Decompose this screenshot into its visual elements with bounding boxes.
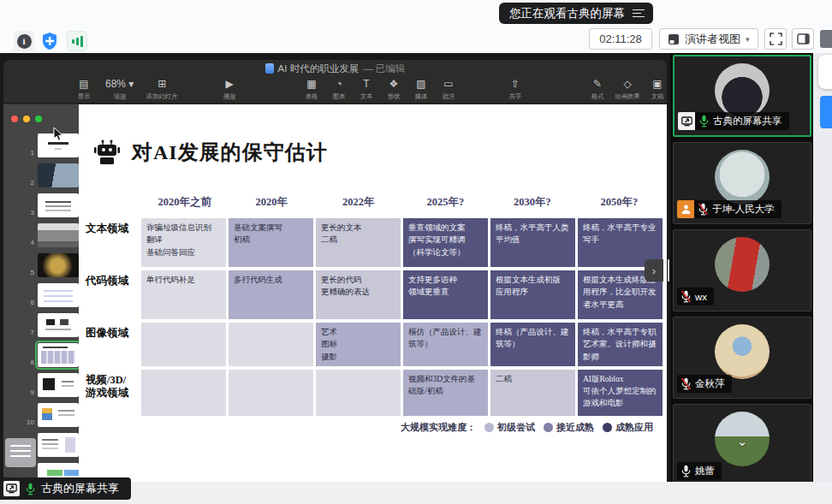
collapse-panel-chevron[interactable]: › <box>645 259 663 282</box>
participant-video-strip: ⌄ <box>670 53 813 486</box>
participant-name-row: 姚蕾 <box>677 462 722 480</box>
toolbar-item: ▤ 显示 <box>74 78 94 101</box>
slide-number: 6 <box>22 299 34 306</box>
cropped-toolbar-button[interactable] <box>820 30 832 48</box>
mute-slash <box>698 203 709 216</box>
participant-tile[interactable]: ⌄ <box>673 142 811 224</box>
toolbar-item: ◇ 动画效果 <box>614 78 641 101</box>
table-row: 视频/3D/ 游戏领域 视频和3D文件的基础版/初稿二稿AI版Roblox 可依… <box>86 370 663 416</box>
cropped-blue-button[interactable] <box>820 96 832 128</box>
participant-name-row: 金秋萍 <box>677 375 732 393</box>
participant-tile[interactable]: ⌄ <box>673 404 811 486</box>
participant-name-row: 于坤-人民大学 <box>677 200 781 218</box>
toolbar-item-icon: ▨ <box>416 78 425 91</box>
avatar <box>715 237 770 292</box>
toolbar-item-label: 格式 <box>591 92 604 100</box>
estimate-table: 文本领域 诈骗垃圾信息识别 翻译 基础问答回应基础文案撰写 初稿更长的文本 二稿… <box>86 218 663 416</box>
window-title: AI 时代的职业发展 <box>278 62 360 75</box>
banner-menu-icon[interactable] <box>633 9 645 18</box>
year-column-header: 2050年? <box>576 195 663 210</box>
table-cell <box>141 323 226 366</box>
encryption-shield-icon[interactable] <box>39 31 60 51</box>
slide-number: 8 <box>22 359 34 366</box>
toolbar-item-label: 缩放 <box>113 92 126 100</box>
toolbar-item: ▣ 文稿 <box>647 78 667 101</box>
toolbar-item-label: 添加幻灯片 <box>146 92 178 100</box>
chevron-down-icon: ▾ <box>746 35 750 44</box>
toolbar-item-label: 动画效果 <box>615 92 639 100</box>
table-cell: 基础文案撰写 初稿 <box>229 218 313 267</box>
speaker-view-icon <box>668 33 680 45</box>
slide-title-row: 对AI发展的保守估计 <box>92 139 328 166</box>
toolbar-item-label: 媒体 <box>415 92 428 100</box>
participant-badge-icon <box>678 112 695 130</box>
slide-number: 9 <box>22 388 34 396</box>
watching-banner-text: 您正在观看古典的屏幕 <box>509 6 625 21</box>
table-cell <box>316 370 401 416</box>
mute-slash <box>680 290 692 303</box>
cropped-floating-button[interactable] <box>818 55 832 89</box>
legend-dot <box>544 423 553 432</box>
table-cell: 模仿（产品设计、建筑等） <box>403 323 488 366</box>
meeting-info-icon[interactable]: i <box>14 31 34 51</box>
participant-name: 古典的屏幕共享 <box>713 115 782 127</box>
slide-thumbnail <box>38 403 79 427</box>
row-label: 视频/3D/ 游戏领域 <box>86 370 141 416</box>
toolbar-item-icon: ▤ <box>79 78 88 91</box>
toolbar-item: ▨ 媒体 <box>411 78 431 101</box>
toolbar-item: T 文本 <box>356 78 377 101</box>
slide-number: 7 <box>22 329 34 336</box>
legend-item: 成熟应用 <box>603 421 653 434</box>
participant-name: 于坤-人民大学 <box>712 203 775 216</box>
table-cell <box>229 370 313 416</box>
slide-number: 10 <box>22 418 34 426</box>
participant-tile[interactable]: ⌄ <box>673 229 811 311</box>
slide-thumbnail <box>38 433 79 457</box>
toolbar-item: 68% ▾ 缩放 <box>105 78 134 101</box>
year-column-header: 2025年? <box>402 195 490 210</box>
network-stats-icon[interactable] <box>67 31 87 51</box>
legend-dot <box>484 423 494 432</box>
avatar <box>715 150 770 205</box>
toolbar-item-label: 文稿 <box>651 92 664 100</box>
slide-thumbnail-panel: 1 2 3 4 5 <box>3 104 79 482</box>
toolbar-item-icon: T <box>363 78 369 91</box>
legend-item-label: 成熟应用 <box>615 421 653 434</box>
table-row: 文本领域 诈骗垃圾信息识别 翻译 基础问答回应基础文案撰写 初稿更长的文本 二稿… <box>86 218 663 267</box>
view-selector-button[interactable]: 演讲者视图 ▾ <box>659 28 758 50</box>
participant-name-row: 古典的屏幕共享 <box>678 112 789 130</box>
slide-canvas: 对AI发展的保守估计 2020年之前2020年2022年2025年?2030年?… <box>79 104 667 482</box>
participant-name: wx <box>695 292 707 302</box>
mic-icon <box>680 465 692 477</box>
table-cell <box>229 323 313 366</box>
row-label: 文本领域 <box>86 218 141 267</box>
legend-label: 大规模实现难度： <box>401 421 476 434</box>
toolbar-item-label: 播放 <box>223 92 236 100</box>
side-panel-toggle-button[interactable] <box>792 28 814 50</box>
participant-tile[interactable]: ⌄ <box>673 317 811 399</box>
mouse-cursor <box>53 127 64 142</box>
mic-icon <box>25 483 36 495</box>
document-icon <box>265 63 274 74</box>
row-label: 图像领域 <box>86 323 141 366</box>
avatar <box>715 324 770 379</box>
toolbar-item-icon: ✎ <box>593 78 602 91</box>
window-title-suffix: — 已编辑 <box>363 62 405 75</box>
legend-item-label: 接近成熟 <box>556 421 594 434</box>
scroll-more-chevron-icon[interactable]: ⌄ <box>737 434 748 449</box>
toolbar-item-icon: ⇧ <box>511 78 520 91</box>
participant-tile[interactable]: ⌄ <box>673 55 811 137</box>
toolbar-item-icon: ▣ <box>652 78 662 91</box>
toolbar-item-icon: ▶ <box>225 78 233 91</box>
table-cell: 更长的代码 更精确的表达 <box>316 270 401 319</box>
meeting-timer: 02:11:28 <box>589 28 652 50</box>
fullscreen-button[interactable] <box>764 28 787 50</box>
toolbar-item: ▦ 表格 <box>301 78 322 101</box>
table-cell: 艺术 图标 摄影 <box>316 323 401 366</box>
fullscreen-icon <box>770 33 782 45</box>
toolbar-item: ❖ 形状 <box>383 78 404 101</box>
mic-icon <box>698 203 709 216</box>
toolbar-item: ◔ 图表 <box>329 78 349 101</box>
slide-number: 2 <box>22 179 34 187</box>
year-column-header: 2030年? <box>489 195 576 210</box>
